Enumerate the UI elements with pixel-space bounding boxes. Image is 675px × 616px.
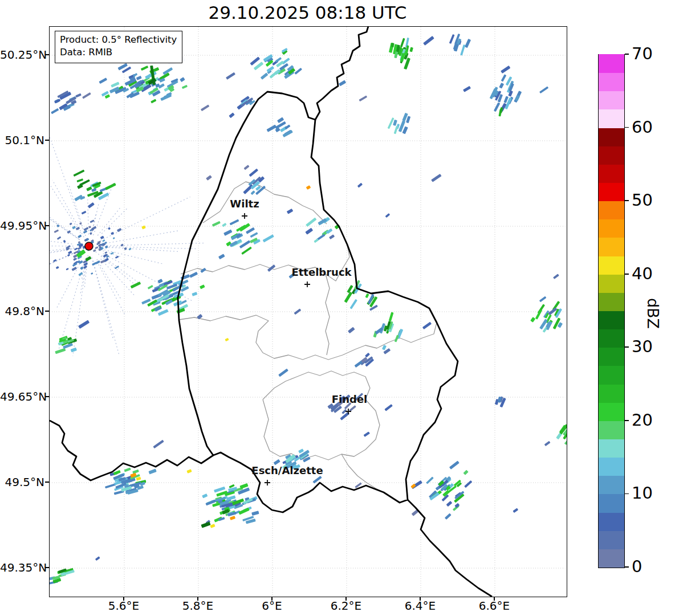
colorbar-segment bbox=[599, 402, 624, 421]
radar-echo bbox=[225, 338, 229, 341]
radar-echo bbox=[501, 74, 507, 81]
radar-echo bbox=[449, 460, 460, 469]
colorbar-segment bbox=[599, 476, 624, 495]
radar-echo bbox=[131, 282, 141, 288]
radar-echo bbox=[501, 66, 510, 74]
radar-echo bbox=[210, 524, 215, 528]
radar-echo bbox=[133, 73, 138, 77]
radar-echo bbox=[100, 259, 105, 263]
radar-echo bbox=[365, 293, 369, 298]
radar-echo bbox=[148, 285, 153, 289]
y-tick-mark bbox=[45, 140, 49, 140]
clutter-spoke bbox=[50, 182, 78, 239]
radar-echo bbox=[75, 93, 82, 98]
radar-echo bbox=[277, 117, 284, 124]
radar-echo bbox=[267, 264, 275, 272]
radar-echo bbox=[164, 280, 173, 286]
clutter-spoke bbox=[57, 261, 82, 308]
radar-echo bbox=[104, 251, 107, 254]
radar-echo bbox=[66, 268, 68, 270]
radar-echo bbox=[463, 470, 468, 475]
product-info-box: Product: 0.5° Reflectivity Data: RMIB bbox=[55, 31, 182, 63]
clutter-spoke bbox=[59, 259, 85, 349]
radar-echo bbox=[409, 47, 413, 52]
radar-echo bbox=[261, 72, 269, 79]
colorbar-segment bbox=[599, 458, 624, 476]
y-tick-label: 50.1°N bbox=[0, 134, 44, 146]
radar-echo bbox=[446, 501, 453, 507]
radar-echo bbox=[246, 227, 255, 234]
radar-echo bbox=[67, 254, 70, 256]
y-tick-label: 50.25°N bbox=[0, 48, 44, 61]
colorbar-tick-mark bbox=[625, 127, 629, 128]
radar-echo bbox=[393, 120, 397, 126]
colorbar-segment bbox=[599, 164, 624, 183]
clutter-spoke bbox=[92, 258, 113, 339]
radar-echo bbox=[56, 225, 59, 227]
colorbar-segment bbox=[599, 146, 624, 165]
radar-echo bbox=[499, 83, 504, 88]
radar-echo bbox=[314, 239, 319, 243]
radar-echo bbox=[73, 170, 84, 177]
colorbar-segment bbox=[599, 73, 624, 92]
radar-echo bbox=[226, 72, 235, 80]
x-tick-label: 6.2°E bbox=[331, 599, 361, 613]
national-border bbox=[315, 27, 369, 120]
city-label: Wiltz bbox=[230, 198, 259, 210]
clutter-spoke bbox=[97, 197, 190, 242]
radar-echo bbox=[70, 223, 72, 226]
colorbar-segment bbox=[599, 201, 624, 220]
radar-echo bbox=[180, 77, 185, 82]
radar-echo bbox=[91, 188, 96, 192]
radar-echo bbox=[553, 274, 559, 279]
radar-echo bbox=[222, 223, 226, 227]
radar-echo bbox=[56, 266, 59, 269]
radar-echo bbox=[449, 34, 455, 44]
radar-echo bbox=[186, 469, 192, 473]
radar-echo bbox=[90, 219, 95, 223]
clutter-spoke bbox=[105, 247, 180, 252]
radar-echo bbox=[402, 126, 408, 134]
y-tick-mark bbox=[45, 311, 49, 311]
radar-echo bbox=[128, 248, 132, 251]
radar-echo bbox=[95, 556, 100, 561]
data-source-line: Data: RMIB bbox=[60, 46, 177, 59]
x-tick-label: 5.8°E bbox=[182, 599, 213, 613]
canton-border bbox=[326, 274, 330, 355]
clutter-spoke bbox=[50, 240, 72, 244]
radar-echo bbox=[539, 296, 547, 303]
radar-echo bbox=[305, 228, 313, 235]
x-tick-label: 5.6°E bbox=[108, 599, 139, 613]
radar-echo bbox=[329, 234, 335, 239]
y-tick-label: 49.65°N bbox=[0, 390, 44, 403]
radar-echo bbox=[230, 219, 239, 225]
radar-echo bbox=[249, 169, 258, 177]
radar-echo bbox=[349, 405, 356, 411]
radar-echo bbox=[200, 284, 205, 289]
radar-echo bbox=[544, 441, 551, 446]
radar-echo bbox=[364, 431, 370, 436]
radar-echo bbox=[88, 202, 95, 209]
colorbar-segment bbox=[599, 128, 624, 146]
colorbar-tick-label: 50 bbox=[632, 190, 653, 210]
colorbar-tick-label: 40 bbox=[632, 263, 653, 283]
radar-echo bbox=[241, 247, 252, 255]
colorbar-tick-mark bbox=[625, 493, 629, 495]
radar-echo bbox=[460, 44, 465, 56]
radar-echo bbox=[223, 230, 232, 236]
radar-echo bbox=[76, 178, 83, 182]
colorbar-segment bbox=[599, 238, 624, 256]
clutter-spoke bbox=[103, 243, 204, 246]
colorbar-segment bbox=[599, 494, 624, 513]
radar-echo bbox=[244, 165, 250, 170]
colorbar-tick-label: 30 bbox=[632, 337, 653, 356]
radar-echo bbox=[230, 516, 235, 520]
colorbar-segment bbox=[599, 54, 624, 73]
radar-echo bbox=[266, 125, 276, 132]
map-plot-area: WiltzEttelbruckFindelEsch/Alzette bbox=[49, 26, 567, 597]
radar-echo bbox=[306, 218, 316, 227]
radar-echo bbox=[115, 256, 119, 259]
product-line: Product: 0.5° Reflectivity bbox=[60, 34, 177, 46]
colorbar-tick-label: 60 bbox=[632, 117, 653, 136]
radar-echo bbox=[189, 272, 198, 278]
